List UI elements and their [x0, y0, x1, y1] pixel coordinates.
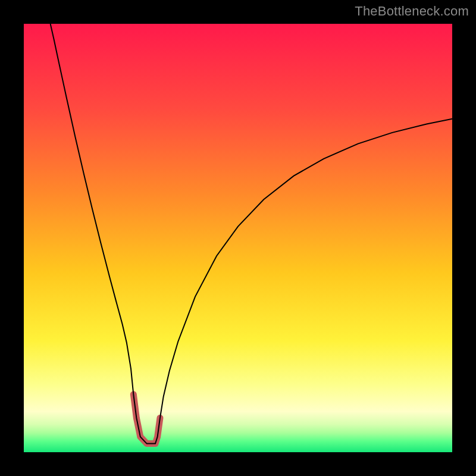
bottleneck-curve — [51, 24, 452, 444]
watermark-text: TheBottleneck.com — [355, 4, 469, 19]
chart-frame: TheBottleneck.com — [0, 0, 476, 476]
curve-layer — [24, 24, 452, 452]
plot-area — [24, 24, 452, 452]
valley-highlight — [133, 394, 160, 444]
